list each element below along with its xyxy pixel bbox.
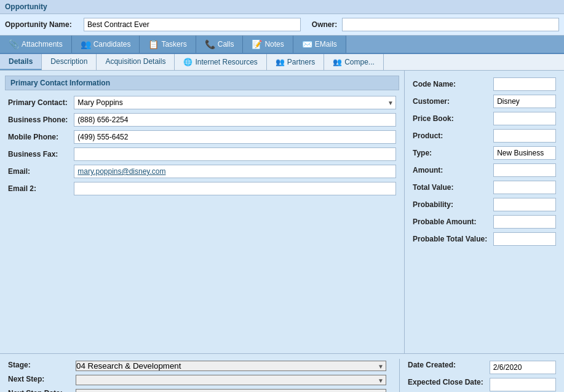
expected-close-date-input[interactable] — [490, 378, 556, 391]
main-content: Primary Contact Information Primary Cont… — [0, 71, 564, 353]
next-step-input-cell: ▼ — [73, 373, 389, 387]
name-row: Opportunity Name: Owner: — [0, 14, 564, 36]
attachments-icon: 📎 — [9, 39, 19, 49]
next-step-date-input-cell: ▼ — [73, 387, 389, 392]
primary-contact-label: Primary Contact: — [5, 94, 71, 111]
mobile-phone-row: Mobile Phone: — [5, 128, 399, 146]
next-step-row: Next Step: ▼ — [5, 373, 389, 387]
business-fax-input[interactable] — [74, 147, 396, 161]
right-panel: Code Name: Customer: Price Book: Product… — [404, 71, 564, 353]
next-step-label: Next Step: — [5, 373, 73, 387]
sub-tab-acquisition[interactable]: Acquisition Details — [97, 54, 175, 70]
tab-calls[interactable]: 📞 Calls — [196, 36, 244, 53]
business-phone-row: Business Phone: — [5, 111, 399, 128]
tab-notes[interactable]: 📝 Notes — [243, 36, 293, 53]
tab-calls-label: Calls — [218, 40, 234, 49]
expected-close-date-row: Expected Close Date: — [405, 376, 559, 392]
sub-tab-internet[interactable]: 🌐 Internet Resources — [175, 54, 266, 70]
primary-contact-input-cell: Mary Poppins ▼ — [71, 94, 399, 111]
tab-emails-label: EMails — [315, 40, 337, 49]
price-book-input-cell — [490, 110, 559, 127]
customer-input[interactable] — [493, 95, 556, 108]
probable-total-value-input-cell — [490, 230, 559, 248]
mobile-phone-input[interactable] — [74, 130, 396, 144]
right-form: Code Name: Customer: Price Book: Product… — [410, 76, 559, 248]
sub-tab-description[interactable]: Description — [42, 54, 97, 70]
opportunity-name-input[interactable] — [84, 18, 301, 31]
tab-candidates[interactable]: 👥 Candidates — [72, 36, 140, 53]
amount-row: Amount: — [410, 162, 559, 179]
code-name-input[interactable] — [493, 77, 556, 91]
sub-tab-bar: Details Description Acquisition Details … — [0, 54, 564, 71]
email-row: Email: — [5, 163, 399, 180]
expected-close-date-input-cell — [487, 376, 559, 392]
tab-taskers-label: Taskers — [161, 40, 186, 49]
opportunity-label: Opportunity — [5, 2, 47, 11]
primary-contact-form: Primary Contact: Mary Poppins ▼ Business… — [5, 94, 399, 197]
business-fax-label: Business Fax: — [5, 146, 71, 163]
bottom-right-form: Date Created: Expected Close Date: Actua… — [405, 359, 559, 392]
next-step-date-label: Next Step Date: — [5, 387, 73, 392]
email2-row: Email 2: — [5, 180, 399, 197]
sub-tab-details[interactable]: Details — [0, 54, 42, 70]
date-created-input[interactable] — [490, 361, 556, 374]
bottom-left: Stage: 04 Research & Development ▼ Next … — [5, 359, 389, 392]
date-created-row: Date Created: — [405, 359, 559, 376]
total-value-label: Total Value: — [410, 179, 490, 196]
next-step-date-row: Next Step Date: ▼ — [5, 387, 389, 392]
tab-attachments[interactable]: 📎 Attachments — [0, 36, 72, 53]
amount-input[interactable] — [493, 163, 556, 177]
stage-input-cell: 04 Research & Development ▼ — [73, 359, 389, 373]
primary-contact-row: Primary Contact: Mary Poppins ▼ — [5, 94, 399, 111]
next-step-date-select[interactable] — [76, 389, 386, 392]
code-name-input-cell — [490, 76, 559, 93]
type-input-cell — [490, 144, 559, 162]
sub-tab-partners[interactable]: 👥 Partners — [267, 54, 324, 70]
total-value-row: Total Value: — [410, 179, 559, 196]
code-name-label: Code Name: — [410, 76, 490, 93]
probability-input-cell — [490, 196, 559, 213]
mobile-phone-input-cell — [71, 128, 399, 146]
amount-label: Amount: — [410, 162, 490, 179]
opportunity-name-label: Opportunity Name: — [5, 20, 79, 29]
product-input[interactable] — [493, 129, 556, 143]
emails-icon: ✉️ — [302, 39, 312, 49]
tab-bar: 📎 Attachments 👥 Candidates 📋 Taskers 📞 C… — [0, 36, 564, 54]
probable-amount-input[interactable] — [493, 215, 556, 229]
candidates-icon: 👥 — [81, 39, 91, 49]
total-value-input-cell — [490, 179, 559, 196]
probable-total-value-row: Probable Total Value: — [410, 230, 559, 248]
mobile-phone-label: Mobile Phone: — [5, 128, 71, 146]
amount-input-cell — [490, 162, 559, 179]
next-step-select[interactable] — [76, 375, 386, 385]
expected-close-date-label: Expected Close Date: — [405, 376, 487, 392]
next-step-select-wrapper: ▼ — [76, 375, 386, 385]
type-input[interactable] — [493, 146, 556, 160]
price-book-label: Price Book: — [410, 110, 490, 127]
probable-total-value-input[interactable] — [493, 232, 556, 246]
sub-tab-compe[interactable]: 👥 Compe... — [324, 54, 384, 70]
primary-contact-select[interactable]: Mary Poppins — [74, 96, 396, 109]
probability-row: Probability: — [410, 196, 559, 213]
tab-emails[interactable]: ✉️ EMails — [293, 36, 346, 53]
email-input[interactable] — [74, 165, 396, 178]
bottom-right: Date Created: Expected Close Date: Actua… — [399, 359, 559, 392]
stage-select[interactable]: 04 Research & Development — [76, 361, 386, 371]
primary-contact-select-wrapper: Mary Poppins ▼ — [74, 96, 396, 109]
probability-input[interactable] — [493, 198, 556, 211]
type-row: Type: — [410, 144, 559, 162]
compe-icon: 👥 — [333, 58, 342, 66]
email2-input[interactable] — [74, 182, 396, 195]
tab-taskers[interactable]: 📋 Taskers — [140, 36, 196, 53]
top-bar: Opportunity — [0, 0, 564, 14]
business-phone-input[interactable] — [74, 113, 396, 127]
bottom-left-form: Stage: 04 Research & Development ▼ Next … — [5, 359, 389, 392]
price-book-input[interactable] — [493, 112, 556, 125]
next-step-date-select-wrapper: ▼ — [76, 389, 386, 392]
total-value-input[interactable] — [493, 181, 556, 194]
owner-input[interactable] — [342, 18, 559, 31]
business-fax-row: Business Fax: — [5, 146, 399, 163]
stage-select-wrapper: 04 Research & Development ▼ — [76, 361, 386, 371]
business-phone-input-cell — [71, 111, 399, 128]
probable-total-value-label: Probable Total Value: — [410, 230, 490, 248]
